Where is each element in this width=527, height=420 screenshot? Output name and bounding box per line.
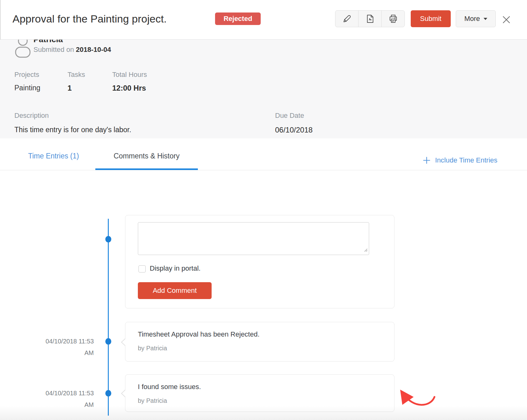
timeline-line <box>108 219 109 416</box>
more-button[interactable]: More <box>456 10 496 27</box>
more-button-label: More <box>464 15 480 23</box>
summary-section: Patricia Submitted on 2018-10-04 Project… <box>0 40 527 138</box>
timeline-comment-card: Timesheet Approval has been Rejected. by… <box>125 322 394 362</box>
user-avatar-icon <box>15 40 31 58</box>
timeline-dot <box>105 338 111 345</box>
add-comment-card: Display in portal. Add Comment <box>125 215 394 308</box>
submitted-on-label: Submitted on <box>33 46 74 53</box>
comment-textarea[interactable] <box>138 222 369 255</box>
bottom-fade-shadow <box>0 406 527 420</box>
print-button[interactable] <box>381 11 404 27</box>
comment-text: I found some issues. <box>138 383 201 391</box>
comment-text: Timesheet Approval has been Rejected. <box>138 330 259 338</box>
header-icon-toolbar <box>335 10 405 27</box>
comment-author: by Patricia <box>138 345 167 352</box>
stat-label-projects: Projects <box>14 71 39 79</box>
tabs-bar: Time Entries (1) Comments & History Incl… <box>0 138 527 170</box>
plus-icon <box>423 156 431 164</box>
stat-value-projects: Painting <box>14 84 40 92</box>
tab-comments-history[interactable]: Comments & History <box>95 152 198 170</box>
edit-button[interactable] <box>335 11 358 27</box>
display-in-portal-label: Display in portal. <box>150 264 201 272</box>
timestamp-date: 04/10/2018 11:53 <box>25 336 94 347</box>
submitter-name: Patricia <box>33 40 63 44</box>
tab-time-entries[interactable]: Time Entries (1) <box>21 152 87 170</box>
stat-value-total-hours: 12:00 Hrs <box>112 84 146 92</box>
pdf-file-icon <box>365 14 375 23</box>
timeline-dot <box>105 390 111 397</box>
include-time-entries-label: Include Time Entries <box>435 156 497 164</box>
stat-label-total-hours: Total Hours <box>112 71 147 79</box>
submitted-on-line: Submitted on 2018-10-04 <box>33 46 111 54</box>
close-icon <box>501 15 511 25</box>
comment-timestamp: 04/10/2018 11:53 AM <box>25 336 94 359</box>
export-pdf-button[interactable] <box>358 11 381 27</box>
timeline-dot <box>105 236 111 242</box>
pencil-icon <box>342 14 352 23</box>
close-button[interactable] <box>501 15 511 25</box>
description-label: Description <box>14 112 49 120</box>
timesheet-approval-panel: Approval for the Painting project. Rejec… <box>0 0 527 420</box>
page-title: Approval for the Painting project. <box>13 13 167 25</box>
printer-icon <box>388 14 398 24</box>
due-date-value: 06/10/2018 <box>275 126 313 134</box>
include-time-entries-link[interactable]: Include Time Entries <box>423 156 497 164</box>
timestamp-date: 04/10/2018 11:53 <box>25 388 94 399</box>
submitted-on-date: 2018-10-04 <box>76 46 111 53</box>
timestamp-meridiem: AM <box>25 347 94 359</box>
header-bar: Approval for the Painting project. Rejec… <box>0 0 527 40</box>
stat-value-tasks: 1 <box>68 84 72 92</box>
stat-label-tasks: Tasks <box>68 71 85 79</box>
display-in-portal-checkbox[interactable] <box>138 265 146 272</box>
due-date-label: Due Date <box>275 112 304 120</box>
chevron-down-icon <box>484 18 487 20</box>
add-comment-button[interactable]: Add Comment <box>138 282 212 299</box>
description-text: This time entry is for one day's labor. <box>14 126 131 134</box>
status-badge: Rejected <box>215 12 261 25</box>
comment-author: by Patricia <box>138 397 167 404</box>
submit-button[interactable]: Submit <box>411 10 451 27</box>
